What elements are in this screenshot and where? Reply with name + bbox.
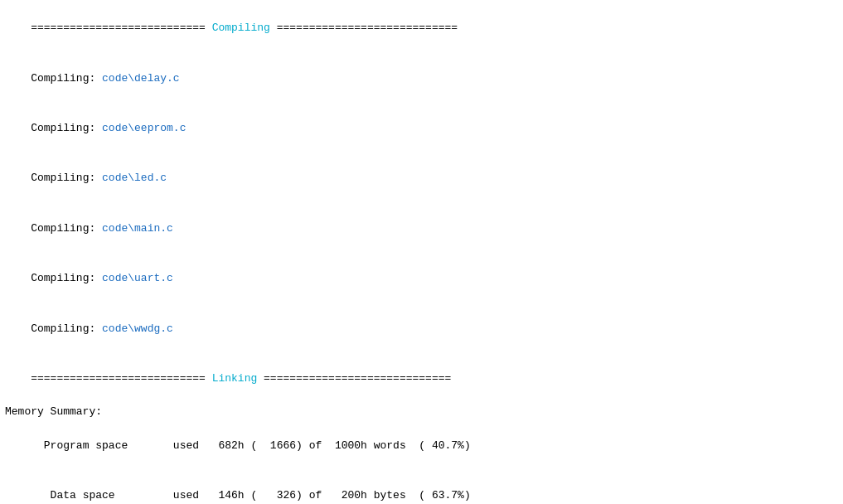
- compile-uart-line: Compiling: code\uart.c: [5, 254, 838, 303]
- compile-eeprom-line: Compiling: code\eeprom.c: [5, 104, 838, 153]
- linking-divider: =========================== Linking ====…: [5, 354, 838, 404]
- compile-wwdg-line: Compiling: code\wwdg.c: [5, 304, 838, 354]
- compile-delay-line: Compiling: code\delay.c: [5, 53, 838, 103]
- compile-led-line: Compiling: code\led.c: [5, 153, 838, 203]
- data-space-line: Data space used 146h ( 326) of 200h byte…: [5, 471, 838, 504]
- program-space-line: Program space used 682h ( 1666) of 1000h…: [5, 421, 838, 471]
- memory-summary-label: Memory Summary:: [5, 404, 838, 420]
- compiling-divider: =========================== Compiling ==…: [5, 3, 838, 53]
- terminal-output: =========================== Compiling ==…: [0, 0, 843, 504]
- compile-main-line: Compiling: code\main.c: [5, 204, 838, 254]
